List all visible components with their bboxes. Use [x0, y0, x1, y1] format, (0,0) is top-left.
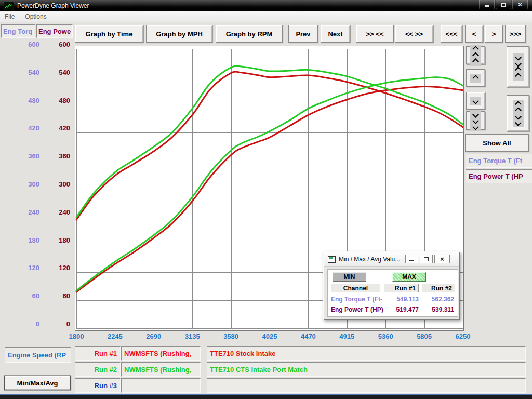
minmax-minimize-button[interactable] [405, 255, 418, 263]
y-tick-label-power: 180 [0, 236, 70, 245]
minmax-run1-value: 549.113 [384, 295, 419, 303]
window-bottom-edge [0, 394, 532, 399]
minmax-window-title: Min / Max / Avg Valu... [339, 256, 400, 263]
graph-by-time-button[interactable]: Graph by Time [75, 25, 143, 43]
triple-chevron-down-icon [470, 110, 481, 131]
y-scroll-up-fast-button[interactable] [466, 46, 485, 64]
prev-button[interactable]: Prev [288, 25, 318, 43]
max-toggle-button[interactable]: MAX [392, 272, 426, 282]
power-axis-header[interactable]: Eng Powe [36, 24, 73, 38]
y-tick-label-power: 600 [0, 41, 70, 49]
y-tick-label-power: 60 [0, 292, 70, 300]
restore-icon [501, 3, 506, 7]
x-tick-label: 6250 [456, 332, 471, 341]
menu-bar: File Options [0, 11, 532, 22]
power-channel-box[interactable]: Eng Power T (HP [466, 169, 532, 183]
minmax-close-button[interactable]: × [434, 255, 450, 263]
y-tick-label-power: 300 [0, 180, 70, 189]
powerdyne-window: PowerDyne Graph Viewer × File Options En… [0, 0, 532, 399]
run-label-box-run1[interactable]: Run #1 [75, 346, 121, 361]
y-tick-label-power: 420 [0, 124, 70, 132]
app-icon [4, 2, 14, 10]
x-tick-label: 4915 [339, 332, 354, 341]
close-icon: × [440, 256, 444, 262]
zoom-in-x-button[interactable]: >> << [356, 25, 394, 43]
x-tick-label: 5360 [378, 332, 393, 341]
torque-axis-header[interactable]: Eng Torq [1, 24, 35, 38]
scroll-left-button[interactable]: < [465, 25, 483, 43]
x-tick-label: 5805 [417, 332, 432, 341]
scroll-far-right-button[interactable]: >>> [505, 25, 526, 43]
torque-channel-box[interactable]: Eng Torque T (Ft [466, 154, 532, 168]
column-header-channel[interactable]: Channel [331, 284, 380, 292]
y-scroll-up-button[interactable] [466, 69, 485, 87]
minimize-icon [409, 260, 414, 261]
chevron-down-icon [470, 97, 481, 105]
chevrons-diverge-icon [513, 100, 524, 127]
x-tick-label: 3135 [185, 332, 200, 341]
graph-by-mph-button[interactable]: Graph by MPH [146, 25, 212, 43]
y-tick-label-power: 120 [0, 264, 70, 272]
chevrons-converge-icon [513, 53, 524, 81]
scroll-far-left-button[interactable]: <<< [441, 25, 462, 43]
run-desc-box-run1: TTE710 Stock Intake [207, 346, 526, 361]
next-button[interactable]: Next [321, 25, 350, 43]
close-icon: × [518, 1, 522, 8]
y-tick-label-power: 540 [0, 69, 70, 77]
chevron-up-icon [470, 74, 481, 83]
x-tick-label: 4025 [262, 332, 277, 341]
run-file-box-run1: NWMSFTS (Rushing, [121, 346, 201, 361]
minimize-button[interactable] [479, 0, 495, 9]
minmax-run2-value: 539.311 [422, 305, 454, 314]
y-tick-label-power: 360 [0, 152, 70, 161]
run-label-box-run3[interactable]: Run #3 [75, 378, 121, 393]
minmax-window-titlebar[interactable]: Min / Max / Avg Valu... × [324, 252, 459, 267]
min-toggle-button[interactable]: MIN [332, 272, 366, 282]
run-label-box-run2[interactable]: Run #2 [75, 362, 121, 377]
x-tick-label: 2690 [146, 332, 161, 341]
y-tick-label-power: 240 [0, 208, 70, 217]
minmax-channel-cell: Eng Power T (HP) [331, 305, 383, 314]
graph-by-rpm-button[interactable]: Graph by RPM [216, 25, 283, 43]
minimize-icon [485, 5, 489, 7]
x-tick-label: 2245 [108, 332, 123, 341]
scroll-right-button[interactable]: > [485, 25, 503, 43]
triple-chevron-up-icon [470, 45, 481, 66]
show-all-button[interactable]: Show All [465, 134, 529, 152]
minmax-avg-button[interactable]: Min/Max/Avg [4, 376, 71, 390]
minmax-run1-value: 519.477 [384, 305, 419, 314]
run-desc-box-run3 [207, 378, 526, 393]
run-file-box-run3 [121, 378, 201, 393]
close-button[interactable]: × [512, 0, 528, 9]
minmax-run2-value: 562.362 [422, 295, 454, 303]
x-tick-label: 4470 [301, 332, 316, 341]
y-scroll-down-button[interactable] [466, 92, 485, 110]
title-bar[interactable]: PowerDyne Graph Viewer × [0, 0, 532, 11]
window-controls: × [478, 0, 528, 9]
restore-button[interactable] [496, 0, 511, 9]
minmax-restore-button[interactable] [420, 255, 433, 263]
x-tick-label: 3580 [223, 332, 238, 341]
minmax-window-icon [328, 256, 336, 263]
column-header-run2[interactable]: Run #2 [422, 284, 455, 292]
window-title: PowerDyne Graph Viewer [17, 2, 89, 9]
y-scale-expand-button[interactable] [507, 95, 529, 131]
menu-options[interactable]: Options [20, 11, 51, 22]
minmax-channel-cell: Eng Torque T (Ft- [331, 295, 383, 303]
x-tick-label: 1800 [69, 332, 84, 341]
run-desc-box-run2: TTE710 CTS Intake Port Match [207, 362, 526, 377]
minmax-window-controls: × [404, 255, 450, 263]
minmax-window[interactable]: Min / Max / Avg Valu... × MIN MAX Channe… [323, 251, 460, 320]
column-header-run1[interactable]: Run #1 [384, 284, 419, 292]
y-scale-compress-button[interactable] [507, 46, 529, 87]
x-axis-channel-box[interactable]: Engine Speed (RP [5, 347, 71, 363]
run-file-box-run2: NWMSFTS (Rushing, [121, 362, 201, 377]
zoom-out-x-button[interactable]: << >> [395, 25, 433, 43]
y-scroll-down-fast-button[interactable] [466, 111, 485, 130]
restore-icon [424, 257, 429, 261]
menu-file[interactable]: File [0, 11, 20, 22]
y-tick-label-power: 480 [0, 97, 70, 105]
y-tick-label-power: 0 [0, 320, 70, 328]
